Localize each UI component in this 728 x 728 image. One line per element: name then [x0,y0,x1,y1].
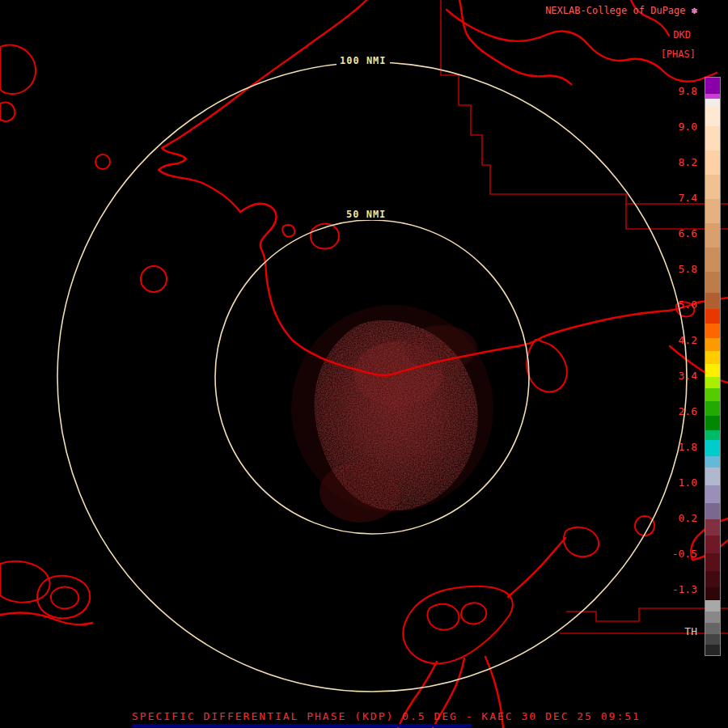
scale-label: 1.0 [658,476,697,489]
colorbar-segment [705,150,720,175]
colorbar-segment [705,456,720,468]
colorbar-segment [705,324,720,338]
product-code: DKD [673,29,691,40]
scale-label: 0.2 [658,512,697,524]
range-ring-label-50nmi: 50 NMI [343,209,389,220]
colorbar-segment [705,440,720,456]
map-canvas [0,0,728,728]
colorbar-segment [705,377,720,388]
radar-echo [291,305,493,523]
scale-label: 5.0 [658,298,697,311]
colorbar-segment [705,99,720,107]
scale-label: 3.4 [658,370,697,382]
river-south-northeast [508,538,565,597]
scale-label: 4.2 [658,334,697,346]
bay-inlet [527,340,567,392]
scale-label: 9.0 [658,121,697,133]
scale-label: 9.8 [658,85,697,97]
lake-south-inner-1 [427,604,459,630]
range-ring-label-100nmi: 100 NMI [336,55,390,66]
coastline-main [159,0,728,375]
islet-center-north-2 [282,225,294,237]
scale-label: -0.5 [658,548,697,560]
colorbar-segment [705,401,720,416]
colorbar-segment [705,175,720,199]
radar-display: 100 NMI 50 NMI NEXLAB-College of DuPage … [0,0,728,728]
colorbar-segment [705,535,720,553]
scale-threshold-label: TH [658,625,697,637]
river-northeast-1 [447,10,717,82]
lake-south-outline [403,586,512,663]
county-line [566,608,728,621]
lake-south-east-oval [564,527,599,557]
colorbar-segment [705,623,720,634]
colorbar-segment [705,485,720,503]
colorbar-segment [705,468,720,485]
colorbar-segment [705,612,720,623]
colorbar-segment [705,416,720,430]
lake-southwest-inner [51,587,78,609]
colorbar-segment [705,388,720,401]
colorbar-segment [705,634,720,645]
scale-label: 8.2 [658,156,697,168]
scale-label: 2.6 [658,405,697,417]
colorbar-segment [705,600,720,612]
site-title: NEXLAB-College of DuPage ✽ [545,5,697,16]
lake-northwest-2 [0,102,15,121]
small-lake-west-2 [141,266,167,292]
colorbar [705,77,721,656]
colorbar-segment [705,364,720,377]
colorbar-segment [705,519,720,535]
scale-label: 1.8 [658,441,697,453]
lake-southwest-1 [0,561,50,603]
colorbar-segment [705,645,720,655]
lake-south-inner-2 [461,603,486,624]
scale-label: 5.8 [658,263,697,275]
colorbar-segment [705,338,720,351]
colorbar-segment [705,107,720,126]
product-caption: SPECIFIC DIFFERENTIAL PHASE (KDP) 0.5 DE… [132,710,641,722]
colorbar-segment [705,248,720,272]
bottom-blue-line [132,724,472,727]
product-units: [PHAS] [661,49,696,60]
lake-southwest-2 [37,576,90,618]
colorbar-segment [705,293,720,309]
colorbar-segment [705,223,720,248]
colorbar-segment [705,587,720,600]
lake-northwest [0,45,36,94]
colorbar-segment [705,272,720,293]
scale-label: 7.4 [658,192,697,204]
cod-logo-icon: ✽ [692,5,697,16]
colorbar-segment [705,309,720,324]
colorbar-segment [705,351,720,364]
colorbar-segment [705,126,720,150]
scale-label: -1.3 [658,583,697,595]
colorbar-segment [705,199,720,223]
colorbar-segment [705,571,720,587]
colorbar-segment [705,553,720,571]
small-lake-east [635,516,654,535]
colorbar-segment [705,503,720,519]
colorbar-segment [705,78,720,94]
small-lake-west-1 [95,154,110,169]
site-title-text: NEXLAB-College of DuPage [545,5,685,16]
colorbar-segment [705,430,720,440]
scale-label: 6.6 [658,227,697,239]
